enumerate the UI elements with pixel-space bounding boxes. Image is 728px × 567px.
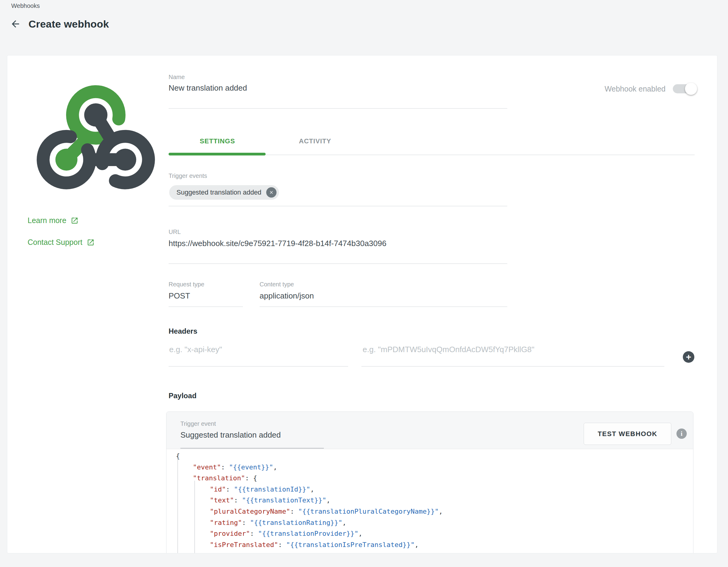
url-label: URL [169, 229, 181, 236]
name-input[interactable] [169, 83, 502, 93]
request-type-underline [169, 306, 243, 307]
code-line: "translation": { [166, 473, 693, 484]
info-icon[interactable]: i [676, 428, 687, 439]
external-link-icon [87, 239, 95, 247]
request-type-select[interactable]: POST [169, 291, 190, 300]
request-type-label: Request type [169, 281, 204, 288]
content-type-underline [260, 306, 507, 307]
code-line: "provider": "{{translationProvider}}", [166, 528, 693, 539]
trigger-events-underline [169, 206, 507, 206]
headers-title: Headers [169, 327, 197, 335]
add-header-button[interactable]: + [683, 351, 694, 363]
tab-activity[interactable]: ACTIVITY [266, 134, 364, 148]
trigger-event-chip[interactable]: Suggested translation added [169, 185, 279, 200]
url-input[interactable] [169, 239, 502, 248]
content-type-label: Content type [260, 281, 294, 288]
name-label: Name [169, 74, 185, 81]
name-underline [169, 108, 507, 109]
breadcrumb[interactable]: Webhooks [11, 2, 40, 9]
header-key-underline [169, 366, 348, 367]
close-icon [269, 190, 274, 195]
indent-guide [177, 458, 178, 553]
plus-icon: + [686, 352, 691, 361]
contact-support-link[interactable]: Contact Support [28, 238, 95, 247]
payload-editor[interactable]: {"event": "{{event}}","translation": {"i… [166, 449, 693, 553]
webhook-enabled-label: Webhook enabled [605, 85, 666, 93]
webhook-logo [35, 79, 157, 194]
learn-more-link[interactable]: Learn more [28, 216, 79, 225]
code-line: "rating": "{{translationRating}}", [166, 517, 693, 528]
webhook-enabled-toggle[interactable] [673, 84, 696, 93]
indent-guide [194, 481, 195, 553]
code-line: "event": "{{event}}", [166, 462, 693, 473]
header-key-input[interactable] [169, 345, 345, 354]
payload-panel: Trigger event Suggested translation adde… [166, 411, 693, 553]
page-title: Create webhook [29, 18, 109, 30]
tab-settings[interactable]: SETTINGS [169, 134, 266, 148]
code-line: "pluralCategoryName": "{{translationPlur… [166, 506, 693, 517]
payload-trigger-event-label: Trigger event [180, 420, 216, 427]
arrow-left-icon [10, 18, 21, 29]
chip-remove-button[interactable] [266, 187, 277, 198]
url-underline [169, 264, 507, 264]
payload-title: Payload [169, 391, 196, 400]
webhook-card: Learn more Contact Support Name Webhook … [7, 55, 717, 553]
code-line: "createdAt": "{{translationCreatedAt}}", [166, 550, 693, 553]
tab-active-indicator [169, 153, 266, 156]
test-webhook-button[interactable]: TEST WEBHOOK [584, 423, 671, 445]
payload-trigger-event-select[interactable]: Suggested translation added [180, 430, 281, 440]
contact-support-label: Contact Support [28, 238, 82, 247]
payload-code: {"event": "{{event}}","translation": {"i… [166, 451, 693, 553]
external-link-icon [71, 217, 79, 225]
back-button[interactable] [9, 18, 22, 30]
code-line: "text": "{{translationText}}", [166, 495, 693, 506]
code-line: "isPreTranslated": "{{translationIsPreTr… [166, 539, 693, 551]
chip-label: Suggested translation added [176, 189, 261, 196]
payload-panel-header: Trigger event Suggested translation adde… [166, 412, 693, 449]
header-value-input[interactable] [363, 345, 660, 354]
header-value-underline [361, 366, 664, 367]
payload-trigger-underline [180, 448, 324, 448]
code-line: "id": "{{translationId}}", [166, 484, 693, 495]
learn-more-label: Learn more [28, 216, 66, 225]
toggle-knob [685, 83, 697, 95]
content-type-select[interactable]: application/json [260, 291, 314, 300]
trigger-events-label: Trigger events [169, 173, 207, 180]
code-line: { [166, 451, 693, 462]
